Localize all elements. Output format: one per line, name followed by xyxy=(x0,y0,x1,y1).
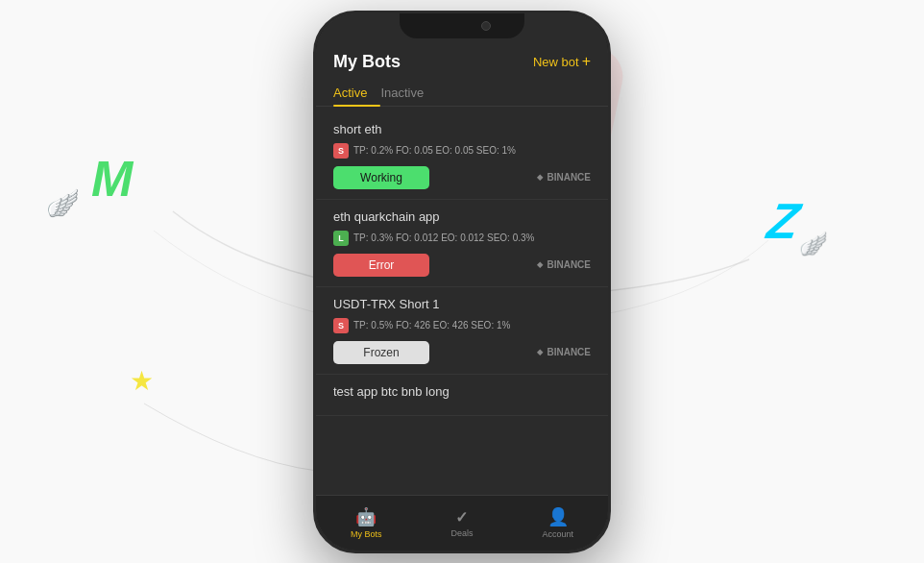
tab-inactive[interactable]: Inactive xyxy=(380,80,437,106)
nav-deals[interactable]: ✓ Deals xyxy=(439,504,484,542)
wings-left-icon: 🪽 xyxy=(46,187,80,219)
bot-status-error[interactable]: Error xyxy=(333,254,429,277)
bot-params: TP: 0.5% FO: 426 EO: 426 SEO: 1% xyxy=(353,320,510,330)
phone-screen: My Bots New bot + Active Inactive short … xyxy=(316,13,608,551)
nav-account-label: Account xyxy=(542,529,573,539)
bot-actions: Frozen ◆ BINANCE xyxy=(333,341,591,364)
nav-my-bots[interactable]: 🤖 My Bots xyxy=(339,502,394,543)
bot-tag-short: S xyxy=(333,318,349,333)
bot-status-working[interactable]: Working xyxy=(333,166,429,189)
bot-card-usdt-trx[interactable]: USDT-TRX Short 1 S TP: 0.5% FO: 426 EO: … xyxy=(316,287,608,375)
bot-list: short eth S TP: 0.2% FO: 0.05 EO: 0.05 S… xyxy=(316,107,608,495)
bot-card-short-eth[interactable]: short eth S TP: 0.2% FO: 0.05 EO: 0.05 S… xyxy=(316,112,608,200)
binance-logo: ◆ BINANCE xyxy=(537,259,591,270)
bot-name: short eth xyxy=(333,122,591,136)
bot-name: test app btc bnb long xyxy=(333,384,591,399)
phone-notch xyxy=(400,13,524,38)
bot-actions: Error ◆ BINANCE xyxy=(333,254,591,277)
bot-meta: S TP: 0.2% FO: 0.05 EO: 0.05 SEO: 1% xyxy=(333,143,591,159)
z-letter-deco: Z xyxy=(764,192,804,250)
binance-logo: ◆ BINANCE xyxy=(537,347,591,357)
my-bots-icon: 🤖 xyxy=(355,506,377,527)
plus-icon: + xyxy=(582,53,591,70)
app-header: My Bots New bot + xyxy=(316,48,608,80)
bot-tag-short: S xyxy=(333,143,349,159)
phone-frame: My Bots New bot + Active Inactive short … xyxy=(313,11,611,553)
binance-logo: ◆ BINANCE xyxy=(537,172,591,183)
m-letter-deco: M xyxy=(91,154,133,204)
star-deco: ★ xyxy=(130,365,154,397)
nav-deals-label: Deals xyxy=(450,528,473,538)
bot-actions: Working ◆ BINANCE xyxy=(333,166,591,189)
account-icon: 👤 xyxy=(547,506,569,527)
bot-name: eth quarkchain app xyxy=(333,209,591,224)
bot-card-test-btc[interactable]: test app btc bnb long xyxy=(316,375,608,416)
deals-icon: ✓ xyxy=(455,508,468,526)
nav-account[interactable]: 👤 Account xyxy=(530,502,585,543)
bot-params: TP: 0.3% FO: 0.012 EO: 0.012 SEO: 0.3% xyxy=(353,233,534,243)
bot-meta: S TP: 0.5% FO: 426 EO: 426 SEO: 1% xyxy=(333,318,591,333)
nav-my-bots-label: My Bots xyxy=(351,529,382,539)
bot-status-frozen[interactable]: Frozen xyxy=(333,341,429,364)
bot-name: USDT-TRX Short 1 xyxy=(333,297,591,311)
bottom-nav: 🤖 My Bots ✓ Deals 👤 Account xyxy=(316,495,608,551)
page-title: My Bots xyxy=(333,52,401,72)
bot-meta: L TP: 0.3% FO: 0.012 EO: 0.012 SEO: 0.3% xyxy=(333,231,591,246)
bot-card-eth-quarkchain[interactable]: eth quarkchain app L TP: 0.3% FO: 0.012 … xyxy=(316,200,608,287)
new-bot-button[interactable]: New bot + xyxy=(533,53,591,70)
new-bot-label: New bot xyxy=(533,55,579,69)
bot-params: TP: 0.2% FO: 0.05 EO: 0.05 SEO: 1% xyxy=(353,145,516,156)
tab-active[interactable]: Active xyxy=(333,80,380,106)
tab-bar: Active Inactive xyxy=(316,80,608,107)
phone-camera xyxy=(481,21,491,31)
bot-tag-long: L xyxy=(333,231,349,246)
wings-right-icon: 🪽 xyxy=(799,231,828,257)
